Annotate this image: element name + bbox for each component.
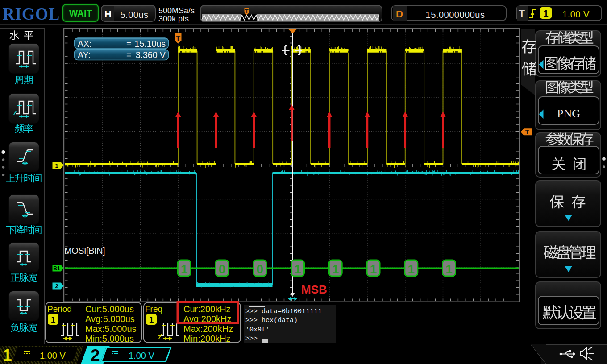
svg-text:MOSI[BIN]: MOSI[BIN]: [64, 246, 105, 256]
svg-text:=: =: [126, 50, 131, 60]
svg-text:1: 1: [407, 262, 415, 276]
svg-text:3.360 V: 3.360 V: [136, 50, 166, 60]
svg-text:=: =: [126, 39, 131, 49]
svg-text:AY:: AY:: [78, 50, 91, 60]
svg-text:B1: B1: [53, 265, 60, 272]
svg-text:T: T: [176, 34, 181, 43]
svg-text:1: 1: [445, 262, 453, 276]
svg-text:2: 2: [55, 283, 58, 290]
svg-text:0: 0: [219, 262, 226, 276]
svg-text:15.10us: 15.10us: [135, 39, 166, 49]
svg-text:MSB: MSB: [301, 283, 327, 296]
svg-text:0: 0: [256, 262, 263, 276]
svg-text:1: 1: [294, 262, 301, 276]
svg-text:1: 1: [55, 162, 58, 169]
svg-text:T: T: [245, 8, 249, 15]
svg-text:T: T: [525, 128, 529, 136]
svg-text:1: 1: [370, 262, 377, 276]
svg-text:AX:: AX:: [78, 39, 91, 49]
svg-text:1: 1: [181, 262, 188, 276]
svg-text:1: 1: [332, 262, 339, 276]
